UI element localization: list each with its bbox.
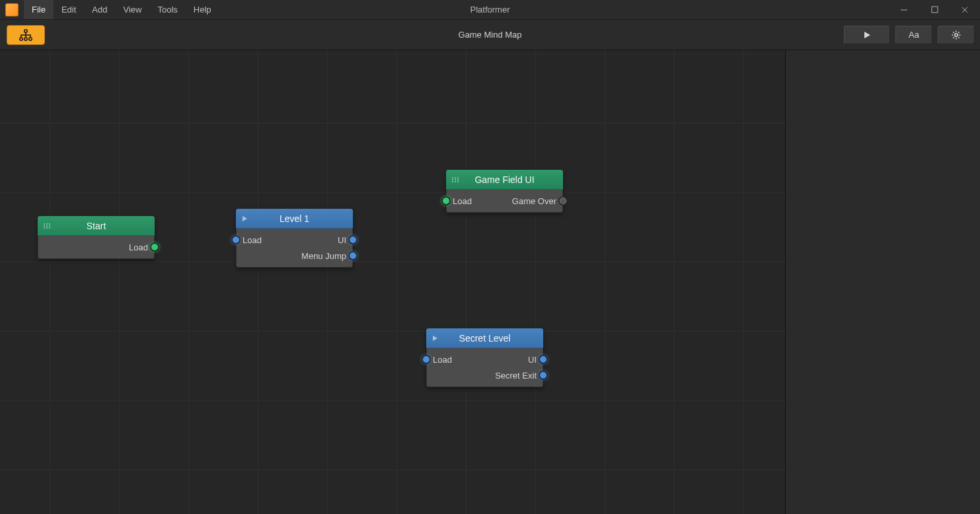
mindmap-mode-button[interactable] xyxy=(7,25,45,45)
node-start[interactable]: Start Load xyxy=(38,216,155,259)
svg-point-1 xyxy=(24,29,27,32)
grid-background xyxy=(0,50,785,514)
window-controls xyxy=(889,0,980,19)
port-label-level1-menu: Menu Jump xyxy=(301,251,346,261)
minimize-icon xyxy=(900,6,908,14)
close-button[interactable] xyxy=(950,0,980,19)
svg-point-4 xyxy=(29,37,32,40)
node-start-header[interactable]: Start xyxy=(38,216,155,236)
port-row-level1-1: Load UI xyxy=(236,232,353,248)
minimize-button[interactable] xyxy=(889,0,919,19)
toolbar: Game Mind Map Aa xyxy=(0,20,980,50)
node-start-body: Load xyxy=(38,236,155,259)
workspace: Start Load Level 1 xyxy=(0,50,980,514)
app-logo-icon xyxy=(5,3,19,17)
node-gameui-title: Game Field UI xyxy=(474,174,534,185)
port-label-gameui-load: Load xyxy=(453,196,472,206)
port-label-start-load: Load xyxy=(129,242,148,252)
port-row-secret-1: Load UI xyxy=(426,351,543,367)
output-port-start-load[interactable] xyxy=(150,242,159,252)
output-port-gameui-over[interactable] xyxy=(558,196,568,205)
input-port-gameui-load[interactable] xyxy=(441,196,451,205)
toolbar-right-group: Aa xyxy=(844,20,975,50)
svg-point-2 xyxy=(20,37,22,40)
menu-edit[interactable]: Edit xyxy=(54,0,84,19)
play-icon xyxy=(862,30,872,40)
node-gameui[interactable]: Game Field UI Load Game Over xyxy=(446,170,563,213)
menu-tools[interactable]: Tools xyxy=(149,0,185,19)
maximize-button[interactable] xyxy=(919,0,950,19)
input-port-level1-load[interactable] xyxy=(231,235,241,244)
node-gameui-header[interactable]: Game Field UI xyxy=(446,170,563,190)
port-label-secret-ui: UI xyxy=(528,355,537,365)
node-secret-title: Secret Level xyxy=(459,333,511,344)
menu-file[interactable]: File xyxy=(24,0,54,19)
port-label-secret-exit: Secret Exit xyxy=(495,371,537,381)
port-row-gameui-1: Load Game Over xyxy=(446,193,563,209)
svg-point-3 xyxy=(24,37,27,40)
port-row-start-load: Load xyxy=(38,239,155,255)
hierarchy-icon xyxy=(19,29,33,41)
output-port-secret-exit[interactable] xyxy=(539,371,548,380)
port-label-secret-load: Load xyxy=(433,355,452,365)
drag-handle-icon xyxy=(451,176,459,183)
node-secret-body: Load UI Secret Exit xyxy=(426,348,543,387)
toolbar-title: Game Mind Map xyxy=(0,30,980,40)
port-label-level1-load: Load xyxy=(243,235,262,245)
drag-handle-icon xyxy=(43,223,51,229)
titlebar: File Edit Add View Tools Help Platformer xyxy=(0,0,980,20)
graph-canvas[interactable]: Start Load Level 1 xyxy=(0,50,786,514)
node-secret[interactable]: Secret Level Load UI Secret Exit xyxy=(426,328,543,387)
inspector-panel xyxy=(786,50,980,514)
node-level1-body: Load UI Menu Jump xyxy=(236,229,353,268)
svg-rect-0 xyxy=(932,7,938,13)
node-level1-title: Level 1 xyxy=(280,213,309,224)
text-style-button[interactable]: Aa xyxy=(895,26,932,44)
output-port-secret-ui[interactable] xyxy=(539,355,548,364)
menu-help[interactable]: Help xyxy=(186,0,219,19)
node-level1[interactable]: Level 1 Load UI Menu Jump xyxy=(236,209,353,268)
node-secret-header[interactable]: Secret Level xyxy=(426,328,543,348)
close-icon xyxy=(961,6,969,14)
play-small-icon xyxy=(241,215,248,222)
gear-icon xyxy=(951,30,961,40)
text-style-label: Aa xyxy=(909,30,919,40)
menu-bar: File Edit Add View Tools Help xyxy=(24,0,219,19)
play-small-icon xyxy=(432,335,438,342)
port-label-gameui-over: Game Over xyxy=(512,196,556,206)
output-port-level1-ui[interactable] xyxy=(348,235,358,244)
menu-add[interactable]: Add xyxy=(84,0,115,19)
settings-button[interactable] xyxy=(938,26,975,44)
port-row-secret-2: Secret Exit xyxy=(426,367,543,383)
output-port-level1-menu[interactable] xyxy=(348,251,358,260)
node-gameui-body: Load Game Over xyxy=(446,190,563,213)
menu-view[interactable]: View xyxy=(116,0,150,19)
port-row-level1-2: Menu Jump xyxy=(236,248,353,264)
maximize-icon xyxy=(931,6,938,13)
svg-point-5 xyxy=(955,33,958,36)
play-button[interactable] xyxy=(844,26,890,44)
input-port-secret-load[interactable] xyxy=(422,355,431,364)
port-label-level1-ui: UI xyxy=(338,235,346,245)
node-level1-header[interactable]: Level 1 xyxy=(236,209,353,229)
node-start-title: Start xyxy=(87,221,106,231)
